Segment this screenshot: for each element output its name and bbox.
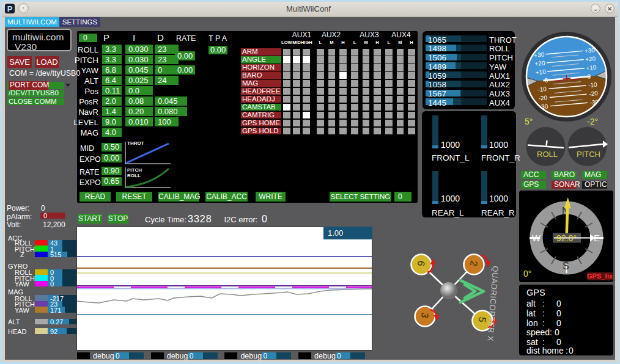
svg-text:92.0°: 92.0° [556,233,577,243]
svg-text:+20: +20 [534,60,545,67]
svg-text:QUADRICOPTER X: QUADRICOPTER X [485,266,500,342]
svg-text:-20: -20 [589,90,599,97]
svg-text:+20: +20 [585,55,596,62]
svg-text:ROLL: ROLL [537,150,558,159]
svg-text:-10: -10 [537,86,547,93]
svg-text:+10: +10 [535,68,546,76]
svg-text:PITCH: PITCH [577,150,600,159]
svg-text:-10: -10 [588,81,598,89]
svg-text:-20: -20 [538,94,548,101]
svg-text:+10: +10 [586,64,597,71]
svg-text:S: S [563,261,569,271]
svg-text:W: W [532,233,541,243]
